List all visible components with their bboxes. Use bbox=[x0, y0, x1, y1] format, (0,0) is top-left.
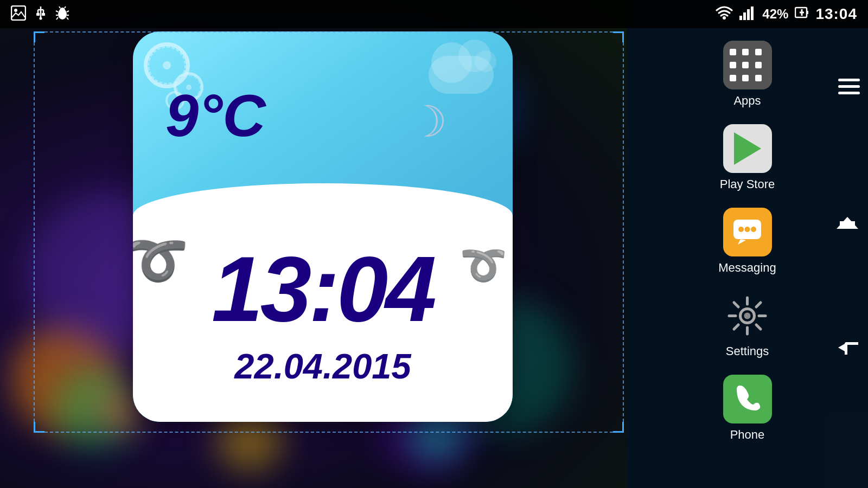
messaging-icon bbox=[723, 208, 772, 256]
svg-marker-36 bbox=[738, 239, 746, 245]
status-right-icons: 42% 13:04 bbox=[716, 5, 857, 23]
home-icon bbox=[837, 217, 858, 229]
svg-rect-7 bbox=[42, 13, 45, 16]
messaging-label: Messaging bbox=[718, 261, 776, 275]
sidebar-item-playstore[interactable]: Play Store bbox=[627, 116, 868, 200]
corner-tr bbox=[613, 31, 624, 42]
svg-line-44 bbox=[756, 325, 761, 329]
sidebar-item-phone[interactable]: Phone bbox=[627, 367, 868, 450]
svg-line-12 bbox=[67, 11, 69, 12]
sidebar-item-messaging[interactable]: Messaging bbox=[627, 200, 868, 283]
svg-rect-0 bbox=[11, 6, 25, 20]
menu-bar-2 bbox=[838, 85, 860, 88]
menu-button[interactable] bbox=[838, 79, 860, 94]
svg-line-45 bbox=[756, 303, 761, 307]
playstore-label: Play Store bbox=[720, 177, 775, 191]
settings-label: Settings bbox=[726, 344, 769, 358]
status-left-icons bbox=[11, 5, 69, 23]
settings-icon bbox=[723, 291, 772, 340]
svg-rect-6 bbox=[36, 13, 40, 16]
svg-point-33 bbox=[738, 227, 744, 232]
sidebar-item-apps[interactable]: Apps bbox=[627, 33, 868, 116]
sidebar-item-settings[interactable]: Settings bbox=[627, 283, 868, 367]
right-sidebar: Apps Play Store Messaging bbox=[627, 0, 868, 488]
svg-point-34 bbox=[745, 227, 750, 232]
phone-label: Phone bbox=[730, 428, 765, 442]
apps-label: Apps bbox=[733, 94, 761, 108]
svg-point-35 bbox=[751, 227, 756, 232]
svg-rect-23 bbox=[751, 7, 754, 20]
svg-rect-22 bbox=[747, 9, 750, 20]
bug-icon bbox=[55, 5, 69, 23]
svg-line-11 bbox=[56, 11, 58, 12]
svg-line-43 bbox=[734, 303, 738, 307]
system-time: 13:04 bbox=[815, 5, 857, 23]
status-bar: 42% 13:04 bbox=[0, 0, 868, 28]
menu-bar-1 bbox=[838, 79, 860, 81]
svg-line-16 bbox=[67, 17, 68, 20]
signal-icon bbox=[739, 5, 756, 23]
svg-point-38 bbox=[744, 312, 751, 319]
usb-icon bbox=[35, 5, 47, 23]
svg-rect-25 bbox=[807, 11, 808, 14]
phone-icon bbox=[723, 375, 772, 423]
svg-point-8 bbox=[40, 17, 42, 20]
svg-point-1 bbox=[14, 9, 17, 12]
svg-line-15 bbox=[56, 17, 58, 20]
gallery-icon bbox=[11, 5, 26, 23]
playstore-icon bbox=[723, 124, 772, 173]
svg-line-46 bbox=[734, 325, 738, 329]
wifi-icon bbox=[716, 5, 733, 23]
back-icon bbox=[838, 339, 860, 355]
back-button[interactable] bbox=[838, 339, 860, 355]
corner-bl bbox=[34, 422, 44, 433]
svg-point-10 bbox=[60, 8, 65, 13]
home-button[interactable] bbox=[837, 217, 858, 229]
svg-point-19 bbox=[723, 16, 726, 20]
svg-rect-21 bbox=[743, 12, 746, 20]
apps-icon bbox=[723, 41, 772, 89]
svg-line-17 bbox=[59, 7, 60, 8]
corner-tl bbox=[34, 31, 44, 42]
battery-percent: 42% bbox=[762, 7, 788, 22]
svg-line-18 bbox=[65, 7, 66, 8]
corner-br bbox=[613, 422, 624, 433]
widget-selection-border bbox=[34, 31, 624, 433]
menu-bar-3 bbox=[838, 92, 860, 94]
battery-icon bbox=[795, 5, 809, 23]
svg-rect-20 bbox=[739, 16, 742, 20]
